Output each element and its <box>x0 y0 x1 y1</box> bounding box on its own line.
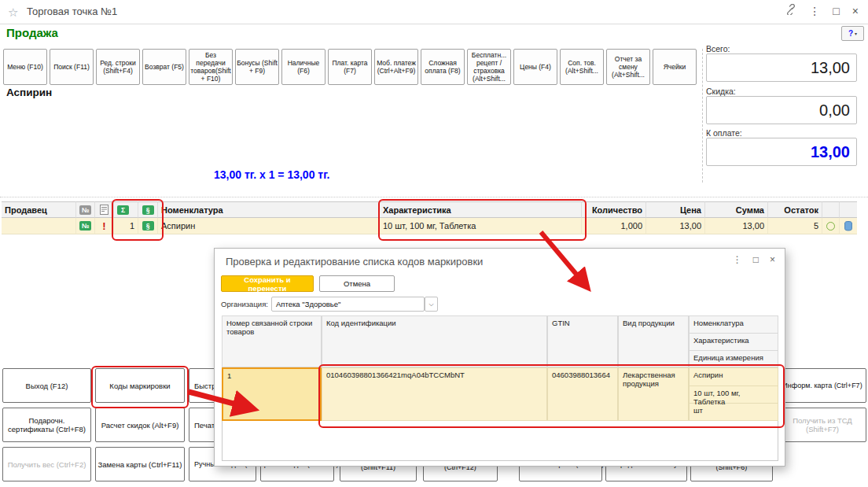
link-icon[interactable] <box>785 4 796 17</box>
product-type-column-header[interactable]: Вид продукции <box>618 315 689 367</box>
organization-select-button[interactable]: ⌵ <box>425 297 438 312</box>
characteristic-subheader[interactable]: Характеристика <box>690 334 778 351</box>
current-product-label: Аспирин <box>6 87 52 98</box>
discount-calc-button[interactable]: Расчет скидок (Alt+F9) <box>95 408 185 442</box>
no-transfer-button[interactable]: Без передачи товаров(Shift + F10) <box>189 49 233 85</box>
characteristic-value-cell[interactable]: 10 шт, 100 мг, Таблетка <box>690 386 778 404</box>
marking-cell[interactable]: § <box>138 218 158 234</box>
alert-cell[interactable]: ! <box>95 218 114 234</box>
id-code-column-header[interactable]: Код идентификации <box>322 315 547 367</box>
nomenclature-column-header[interactable]: Номенклатура <box>158 201 380 218</box>
items-table-header: Продавец № Σ § Номенклатура Характеристи… <box>2 201 857 218</box>
panel-separator <box>702 49 703 183</box>
related-goods-button[interactable]: Соп. тов. (Alt+Shift... <box>560 49 604 85</box>
id-code-cell[interactable]: 010460398801366421mqA04bTCCMbNT <box>322 367 547 421</box>
shift-report-button[interactable]: Отчет за смену (Alt+Shift... <box>606 49 650 85</box>
linked-row-column-header[interactable]: Номер связанной строки товаров <box>222 315 322 367</box>
modal-table-row[interactable]: 1 010460398801366421mqA04bTCCMbNT 046039… <box>222 367 778 421</box>
seller-column-header[interactable]: Продавец <box>2 201 76 218</box>
total-field: 13,00 <box>706 53 857 82</box>
amount-column-header[interactable]: Сумма <box>705 201 768 218</box>
unit-subheader[interactable]: Единица измерения <box>690 351 778 367</box>
nomenclature-subheader[interactable]: Номенклатура <box>690 316 778 334</box>
chevron-down-icon: ▾ <box>855 31 857 36</box>
modal-close-icon[interactable]: × <box>770 254 775 265</box>
linked-row-cell[interactable]: 1 <box>222 367 322 421</box>
nomenclature-value-cell[interactable]: Аспирин <box>690 368 778 386</box>
search-button[interactable]: Поиск (F11) <box>50 49 94 85</box>
exit-button[interactable]: Выход (F12) <box>2 368 91 403</box>
modal-menu-icon[interactable]: ⋮ <box>733 254 742 265</box>
page-title: Продажа <box>6 26 58 39</box>
gtin-column-header[interactable]: GTIN <box>547 315 618 367</box>
free-prescription-button[interactable]: Бесплатн... рецепт / страховка (Alt+Shif… <box>467 49 511 85</box>
unit-value-cell[interactable]: шт <box>690 404 778 421</box>
characteristic-column-header[interactable]: Характеристика <box>380 201 582 218</box>
tsd-button[interactable]: Получить из ТСД (Shift+F7) <box>778 408 866 442</box>
menu-button[interactable]: Меню (F10) <box>3 49 47 85</box>
complex-payment-button[interactable]: Сложная оплата (F8) <box>421 49 465 85</box>
title-bar <box>0 0 868 24</box>
info-card-button[interactable]: Информ. карта (Ctrl+F7) <box>778 368 866 403</box>
maximize-icon[interactable]: □ <box>833 5 839 17</box>
modal-table: Номер связанной строки товаров Код идент… <box>222 315 778 421</box>
cash-button[interactable]: Наличные (F6) <box>281 49 326 85</box>
product-type-cell[interactable]: Лекарственная продукция <box>618 367 689 421</box>
gift-certificates-button[interactable]: Подарочн. сертификаты (Ctrl+F8) <box>2 408 91 442</box>
stacked-column-headers: Номенклатура Характеристика Единица изме… <box>689 315 778 367</box>
window-menu-icon[interactable]: ⋮ <box>809 5 820 17</box>
line-number-cell[interactable]: 1 <box>114 218 138 234</box>
marking-column-header[interactable]: § <box>138 201 158 218</box>
bonuses-button[interactable]: Бонусы (Shift + F9) <box>235 49 279 85</box>
cells-button[interactable]: Ячейки <box>653 49 697 85</box>
quantity-column-header[interactable]: Количество <box>582 201 646 218</box>
help-button[interactable]: ? ▾ <box>841 26 864 41</box>
amount-cell[interactable]: 13,00 <box>705 218 768 234</box>
alert-icon: ! <box>102 220 105 232</box>
pos-toolbar: Меню (F10) Поиск (F11) Ред. строки (Shif… <box>3 49 697 85</box>
card-payment-button[interactable]: Плат. карта (F7) <box>328 49 372 85</box>
status-column-header[interactable] <box>822 201 840 218</box>
due-label: К оплате: <box>706 128 742 138</box>
db-cell[interactable] <box>840 218 857 234</box>
marking-codes-button[interactable]: Коды маркировки <box>95 368 185 403</box>
close-icon[interactable]: × <box>852 5 859 17</box>
total-label: Всего: <box>706 44 730 53</box>
nomenclature-cell[interactable]: Аспирин <box>158 218 380 234</box>
mobile-payment-button[interactable]: Моб. платеж (Ctrl+Alt+F9) <box>374 49 418 85</box>
stock-cell[interactable]: 5 <box>768 218 822 234</box>
card-replace-button[interactable]: Замена карты (Ctrl+F11) <box>95 447 185 481</box>
stacked-cells: Аспирин 10 шт, 100 мг, Таблетка шт <box>689 367 778 421</box>
stock-column-header[interactable]: Остаток <box>768 201 822 218</box>
seller-cell[interactable] <box>2 218 76 234</box>
price-column-header[interactable]: Цена <box>646 201 705 218</box>
modal-title: Проверка и редактирование списка кодов м… <box>226 256 483 267</box>
marking-badge-icon: § <box>142 221 154 231</box>
stock-db-icon <box>844 221 852 231</box>
db-column-header[interactable] <box>840 201 857 218</box>
prices-button[interactable]: Цены (F4) <box>513 49 557 85</box>
document-icon <box>100 205 108 215</box>
edit-row-button[interactable]: Ред. строки (Shift+F4) <box>96 49 140 85</box>
row-number-column-header[interactable]: № <box>76 201 95 218</box>
cancel-button[interactable]: Отмена <box>319 275 395 292</box>
price-cell[interactable]: 13,00 <box>646 218 705 234</box>
sum-column-header[interactable]: Σ <box>114 201 138 218</box>
favorite-star-icon[interactable]: ☆ <box>8 6 18 20</box>
modal-maximize-icon[interactable]: □ <box>753 254 759 265</box>
document-column-header[interactable] <box>95 201 114 218</box>
save-and-transfer-button[interactable]: Сохранить и перенести <box>221 275 314 292</box>
status-cell[interactable] <box>822 218 840 234</box>
help-icon: ? <box>848 29 853 38</box>
marking-badge-icon: § <box>142 205 154 215</box>
table-row[interactable]: № ! 1 § Аспирин 10 шт, 100 мг, Таблетка … <box>2 218 857 234</box>
row-number-cell[interactable]: № <box>76 218 95 234</box>
modal-controls: ⋮ □ × <box>733 254 775 265</box>
gtin-cell[interactable]: 04603988013664 <box>547 367 618 421</box>
items-table: Продавец № Σ § Номенклатура Характеристи… <box>2 201 857 234</box>
quantity-cell[interactable]: 1,000 <box>582 218 646 234</box>
organization-input[interactable]: Аптека "Здоровье" <box>271 297 425 312</box>
get-weight-button[interactable]: Получить вес (Ctrl+F2) <box>2 447 91 481</box>
characteristic-cell[interactable]: 10 шт, 100 мг, Таблетка <box>380 218 582 234</box>
return-button[interactable]: Возврат (F5) <box>142 49 186 85</box>
